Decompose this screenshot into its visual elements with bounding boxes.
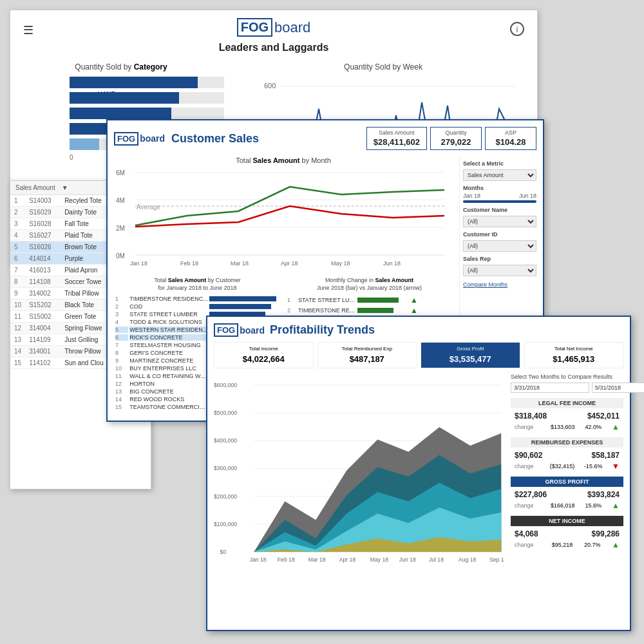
month-end: Jun 18 bbox=[519, 193, 536, 199]
metric-select[interactable]: Sales Amount bbox=[463, 169, 536, 181]
metric-value-qty: 279,022 bbox=[441, 137, 471, 147]
stat-header-legal: LEGAL FEE INCOME bbox=[511, 398, 623, 408]
svg-text:2M: 2M bbox=[116, 225, 125, 232]
svg-text:Average: Average bbox=[137, 204, 161, 211]
stat-section-gross: GROSS PROFIT $227,806 $393,824 change $1… bbox=[511, 477, 623, 512]
svg-text:Jun 18: Jun 18 bbox=[383, 260, 401, 267]
bottom-right-title: Monthly Change in Sales Amount June 2018… bbox=[286, 277, 453, 292]
svg-text:Jan 18: Jan 18 bbox=[250, 556, 267, 563]
stat-section-net: NET INCOME $4,068 $99,286 change $95,218… bbox=[511, 516, 623, 551]
month-range: Jan 18 Jun 18 bbox=[463, 193, 536, 199]
list-item: 1TIMBERSTONE RESIDENC... bbox=[115, 296, 279, 302]
svg-text:$100,000: $100,000 bbox=[214, 521, 237, 527]
change-val-legal: $133,603 bbox=[551, 424, 575, 430]
metric-box-sales: Sales Amount $28,411,602 bbox=[366, 127, 427, 150]
bar-row: HAND TOWELS bbox=[70, 92, 224, 104]
stat-header-gross: GROSS PROFIT bbox=[511, 477, 623, 487]
svg-text:$500,000: $500,000 bbox=[214, 410, 237, 416]
svg-text:May 18: May 18 bbox=[331, 260, 350, 267]
change-val-reimbursed: ($32,415) bbox=[550, 463, 575, 469]
metric-box-asp: ASP $104.28 bbox=[485, 127, 536, 150]
list-item: 1STATE STREET LUMBER ▲ bbox=[287, 296, 451, 305]
pm-label-net: Total Net Income bbox=[530, 346, 618, 352]
fog-logo: FOG board bbox=[237, 18, 311, 37]
stat-header-net: NET INCOME bbox=[511, 516, 623, 526]
bar-fill bbox=[70, 108, 171, 119]
date-input-2[interactable] bbox=[592, 383, 644, 393]
svg-text:600: 600 bbox=[264, 82, 276, 90]
change-val-net: $95,218 bbox=[552, 542, 573, 548]
svg-text:$300,000: $300,000 bbox=[214, 465, 237, 471]
date-inputs bbox=[511, 383, 623, 393]
stat-val2-net: $99,286 bbox=[592, 529, 620, 538]
svg-text:Apr 18: Apr 18 bbox=[281, 260, 298, 267]
date-input-1[interactable] bbox=[511, 383, 589, 393]
bar-row: APRONS bbox=[70, 108, 224, 119]
stat-values-net: $4,068 $99,286 bbox=[511, 528, 623, 540]
change-pct-net: 20.7% bbox=[584, 542, 601, 548]
stat-change-legal: change $133,603 42.0% ▲ bbox=[511, 422, 623, 433]
stat-change-gross: change $166,018 15.6% ▲ bbox=[511, 500, 623, 512]
stat-values-reimbursed: $90,602 $58,187 bbox=[511, 450, 623, 461]
metric-boxes: Sales Amount $28,411,602 Quantity 279,02… bbox=[366, 127, 536, 150]
change-pct-reimbursed: -15.6% bbox=[584, 463, 603, 469]
profit-metric-reimbursed: Total Reimbursed Exp $487,187 bbox=[317, 342, 417, 368]
stat-section-reimbursed: REIMBURSED EXPENSES $90,602 $58,187 chan… bbox=[511, 437, 623, 473]
svg-text:May 18: May 18 bbox=[370, 556, 388, 563]
stat-values-gross: $227,806 $393,824 bbox=[511, 489, 623, 500]
sales-rep-label: Sales Rep bbox=[463, 256, 536, 262]
profit-metric-income: Total Income $4,022,664 bbox=[214, 342, 314, 368]
bar-fill-light bbox=[70, 138, 99, 150]
fog-box: FOG bbox=[237, 18, 272, 37]
svg-text:Mar 18: Mar 18 bbox=[231, 260, 249, 267]
svg-text:Jun 18: Jun 18 bbox=[399, 556, 416, 563]
stat-val2-gross: $393,824 bbox=[587, 490, 620, 499]
stat-values-legal: $318,408 $452,011 bbox=[511, 410, 623, 422]
arrow-down-reimbursed: ▼ bbox=[612, 462, 620, 471]
range-slider[interactable] bbox=[463, 200, 536, 203]
svg-text:Jan 18: Jan 18 bbox=[130, 260, 147, 267]
svg-text:$200,000: $200,000 bbox=[214, 493, 237, 500]
table-header-col1: Sales Amount bbox=[15, 184, 55, 191]
pm-value-income: $4,022,664 bbox=[243, 354, 285, 364]
hamburger-icon[interactable]: ☰ bbox=[23, 23, 33, 37]
sales-line-svg: 6M 4M 2M 0M Average bbox=[114, 167, 453, 270]
arrow-up-gross: ▲ bbox=[612, 501, 620, 510]
bar-track bbox=[70, 108, 224, 119]
svg-text:4M: 4M bbox=[116, 197, 125, 204]
header-row: FOG board bbox=[18, 18, 529, 37]
pm-value-reimbursed: $487,187 bbox=[350, 354, 384, 364]
customer-name-select[interactable]: (All) bbox=[463, 216, 536, 227]
stat-change-reimbursed: change ($32,415) -15.6% ▼ bbox=[511, 461, 623, 473]
fog-logo-profit: FOG board bbox=[214, 323, 265, 337]
profit-right-panel: Select Two Months to Compare Results LEG… bbox=[511, 374, 623, 582]
sales-rep-select[interactable]: (All) bbox=[463, 265, 536, 276]
bar-row: NAPKINS bbox=[70, 77, 224, 88]
info-icon[interactable]: i bbox=[510, 22, 524, 36]
arrow-up-legal: ▲ bbox=[612, 422, 620, 431]
profit-metrics: Total Income $4,022,664 Total Reimbursed… bbox=[214, 342, 623, 368]
bar-fill bbox=[70, 92, 179, 104]
stat-val1-gross: $227,806 bbox=[515, 490, 547, 499]
profit-title: Profitability Trends bbox=[270, 323, 375, 337]
pm-label-gross: Gross Profit bbox=[426, 346, 515, 352]
board-text: board bbox=[274, 19, 310, 36]
pm-label-reimbursed: Total Reimbursed Exp bbox=[323, 346, 412, 352]
change-pct-gross: 15.6% bbox=[585, 502, 602, 509]
arrow-up-net: ▲ bbox=[612, 540, 620, 549]
list-item: 2TIMBERSTONE RESIDENC... ▲ bbox=[287, 306, 451, 315]
change-val-gross: $166,018 bbox=[551, 502, 575, 509]
metric-value-asp: $104.28 bbox=[496, 137, 526, 147]
main-wrapper: ☰ FOG board i Leaders and Laggards Quant… bbox=[0, 0, 644, 644]
customer-name-label: Customer Name bbox=[463, 207, 536, 213]
panel-profit: FOG board Profitability Trends Total Inc… bbox=[206, 316, 631, 631]
svg-text:Sep 18: Sep 18 bbox=[489, 556, 504, 563]
compare-months-link[interactable]: Compare Months bbox=[463, 281, 536, 288]
bar-track bbox=[70, 77, 224, 88]
fog-box-sm: FOG bbox=[114, 132, 138, 146]
svg-text:Feb 18: Feb 18 bbox=[180, 260, 198, 267]
profit-header: FOG board Profitability Trends bbox=[214, 323, 623, 337]
stat-val1-legal: $318,408 bbox=[515, 412, 547, 421]
customer-id-select[interactable]: (All) bbox=[463, 240, 536, 252]
stat-header-reimbursed: REIMBURSED EXPENSES bbox=[511, 437, 623, 448]
